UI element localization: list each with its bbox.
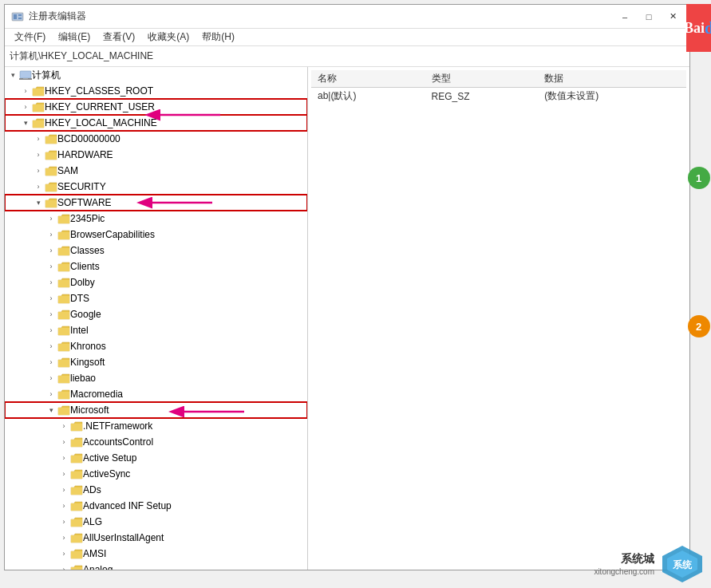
expand-icon-analog[interactable]: › (57, 563, 70, 570)
tree-item-browsercap[interactable]: › BrowserCapabilities (5, 227, 307, 243)
tree-label-ads: ADs (83, 484, 101, 495)
expand-icon-amsi[interactable]: › (57, 547, 70, 560)
expand-icon-intel[interactable]: › (45, 324, 57, 337)
close-button[interactable]: ✕ (662, 9, 683, 25)
folder-icon-dolby (57, 278, 70, 288)
menu-bar: 文件(F) 编辑(E) 查看(V) 收藏夹(A) 帮助(H) (5, 29, 689, 46)
expand-icon-google[interactable]: › (45, 308, 57, 321)
tree-item-activesetup[interactable]: › Active Setup (5, 450, 307, 466)
tree-item-ads[interactable]: › ADs (5, 482, 307, 498)
tree-item-macromedia[interactable]: › Macromedia (5, 386, 307, 402)
tree-item-classes-root[interactable]: › HKEY_CLASSES_ROOT (5, 83, 307, 99)
expand-icon-activesetup[interactable]: › (57, 452, 70, 464)
right-panel: 名称 类型 数据 ab|(默认) REG_SZ (数值未设置) (308, 67, 689, 570)
tree-item-alg[interactable]: › ALG (5, 514, 307, 530)
folder-icon-alg (70, 517, 83, 527)
expand-icon-software[interactable]: ▾ (32, 196, 45, 209)
folder-icon-browsercap (57, 230, 70, 240)
expand-icon-ads[interactable]: › (57, 483, 70, 496)
tree-item-sam[interactable]: › SAM (5, 163, 307, 179)
tree-item-advancedinf[interactable]: › Advanced INF Setup (5, 498, 307, 514)
tree-item-dts[interactable]: › DTS (5, 290, 307, 306)
folder-icon-alluserinstall (70, 533, 83, 543)
folder-icon-local-machine (32, 118, 45, 128)
expand-icon-khronos[interactable]: › (45, 340, 57, 353)
tree-panel[interactable]: ▾ 计算机 › HKEY_CLASSES_ROOT › (5, 67, 308, 570)
tree-label-microsoft: Microsoft (70, 404, 109, 416)
tree-item-analog[interactable]: › Analog (5, 562, 307, 570)
tree-item-current-user[interactable]: › HKEY_CURRENT_USER (5, 99, 307, 115)
tree-label-alluserinstall: AllUserInstallAgent (83, 532, 164, 543)
badge-circle-2: 2 (688, 315, 710, 337)
expand-icon[interactable]: ▾ (6, 69, 19, 81)
expand-icon-alluserinstall[interactable]: › (57, 531, 70, 544)
expand-icon-bcd[interactable]: › (32, 132, 45, 145)
tree-item-computer[interactable]: ▾ 计算机 (5, 67, 307, 83)
expand-icon-alg[interactable]: › (57, 515, 70, 528)
expand-icon-2345pic[interactable]: › (45, 212, 57, 225)
expand-icon-macromedia[interactable]: › (45, 388, 57, 401)
expand-icon-liebao[interactable]: › (45, 372, 57, 385)
right-sidebar: Baid 1 2 (686, 4, 711, 570)
tree-item-2345pic[interactable]: › 2345Pic (5, 211, 307, 227)
tree-item-local-machine[interactable]: ▾ HKEY_LOCAL_MACHINE (5, 115, 307, 131)
expand-icon-hardware[interactable]: › (32, 148, 45, 161)
expand-icon-classes2[interactable]: › (45, 244, 57, 257)
tree-item-alluserinstall[interactable]: › AllUserInstallAgent (5, 530, 307, 546)
folder-icon-software (45, 198, 57, 208)
tree-item-classes[interactable]: › Classes (5, 243, 307, 258)
expand-icon-dts[interactable]: › (45, 292, 57, 305)
expand-icon-sam[interactable]: › (32, 164, 45, 177)
tree-item-software[interactable]: ▾ SOFTWARE (5, 195, 307, 211)
tree-item-accountscontrol[interactable]: › AccountsControl (5, 434, 307, 450)
expand-icon-accountscontrol[interactable]: › (57, 436, 70, 448)
tree-item-kingsoft[interactable]: › Kingsoft (5, 354, 307, 370)
menu-file[interactable]: 文件(F) (8, 29, 52, 45)
expand-icon-classes[interactable]: › (19, 85, 32, 97)
tree-label-clients: Clients (70, 261, 100, 272)
tree-item-clients[interactable]: › Clients (5, 258, 307, 274)
menu-view[interactable]: 查看(V) (97, 29, 141, 45)
tree-item-dolby[interactable]: › Dolby (5, 274, 307, 290)
computer-icon (19, 69, 32, 81)
expand-icon-current-user[interactable]: › (19, 101, 32, 113)
expand-icon-kingsoft[interactable]: › (45, 356, 57, 369)
folder-icon-current-user (32, 102, 45, 112)
expand-icon-security[interactable]: › (32, 180, 45, 193)
svg-rect-2 (18, 14, 22, 16)
tree-item-netframework[interactable]: › .NETFramework (5, 418, 307, 434)
bottom-watermark: 系统城 xitongcheng.com 系统 (551, 540, 711, 588)
tree-item-intel[interactable]: › Intel (5, 322, 307, 338)
menu-edit[interactable]: 编辑(E) (52, 29, 97, 45)
folder-icon-analog (70, 565, 83, 570)
expand-icon-netframework[interactable]: › (57, 420, 70, 432)
minimize-button[interactable]: – (614, 9, 635, 25)
tree-item-bcd[interactable]: › BCD00000000 (5, 131, 307, 147)
tree-item-microsoft[interactable]: ▾ Microsoft (5, 402, 307, 418)
tree-item-hardware[interactable]: › HARDWARE (5, 147, 307, 163)
tree-label-dts: DTS (70, 293, 89, 304)
row-data: (数值未设置) (538, 88, 686, 105)
tree-item-activesync[interactable]: › ActiveSync (5, 466, 307, 482)
expand-icon-advancedinf[interactable]: › (57, 499, 70, 512)
row-name: ab|(默认) (311, 88, 425, 105)
expand-icon-activesync[interactable]: › (57, 468, 70, 480)
tree-label-2345pic: 2345Pic (70, 213, 105, 224)
menu-help[interactable]: 帮助(H) (196, 29, 241, 45)
maximize-button[interactable]: □ (638, 9, 659, 25)
tree-item-google[interactable]: › Google (5, 306, 307, 322)
tree-item-amsi[interactable]: › AMSI (5, 546, 307, 562)
tree-item-security[interactable]: › SECURITY (5, 179, 307, 195)
expand-icon-browsercap[interactable]: › (45, 228, 57, 241)
address-bar: 计算机\HKEY_LOCAL_MACHINE (5, 46, 689, 67)
tree-item-liebao[interactable]: › liebao (5, 370, 307, 386)
folder-icon-activesetup (70, 453, 83, 464)
menu-favorites[interactable]: 收藏夹(A) (141, 29, 196, 45)
tree-label-alg: ALG (83, 516, 102, 527)
registry-table: 名称 类型 数据 ab|(默认) REG_SZ (数值未设置) (311, 70, 686, 105)
tree-item-khronos[interactable]: › Khronos (5, 338, 307, 354)
expand-icon-dolby[interactable]: › (45, 276, 57, 289)
expand-icon-microsoft[interactable]: ▾ (45, 404, 57, 416)
expand-icon-local-machine[interactable]: ▾ (19, 116, 32, 129)
expand-icon-clients[interactable]: › (45, 260, 57, 273)
